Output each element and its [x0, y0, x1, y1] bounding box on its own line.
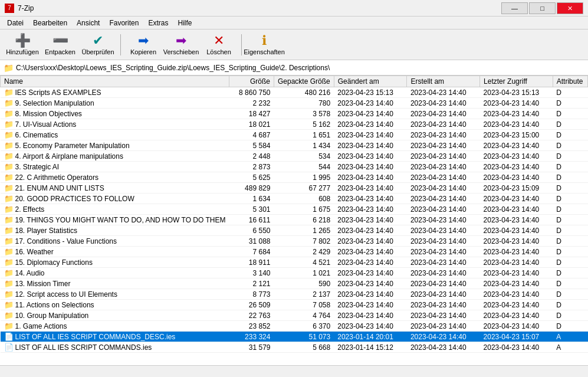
cell-created: 2023-04-23 14:40	[407, 289, 480, 300]
table-row[interactable]: 📁18. Player Statistics 6 550 1 265 2023-…	[1, 225, 588, 236]
table-row[interactable]: 📁3. Strategic AI 2 873 544 2023-04-23 14…	[1, 162, 588, 172]
titlebar: 7 7-Zip — □ ✕	[0, 0, 588, 17]
cell-accessed: 2023-04-23 14:40	[480, 194, 553, 204]
cell-name: 📄LIST OF ALL IES SCRIPT COMMANDS_DESC.ie…	[1, 332, 229, 342]
loeschen-button[interactable]: ✕ Löschen	[201, 32, 236, 58]
table-row[interactable]: 📄LIST OF ALL IES SCRIPT COMMANDS_DESC.ie…	[1, 332, 588, 342]
cell-name: 📁22. C Arithmetic Operators	[1, 172, 229, 183]
table-row[interactable]: 📁5. Economy Parameter Manipulation 5 584…	[1, 140, 588, 151]
close-button[interactable]: ✕	[557, 2, 583, 14]
menu-favoriten[interactable]: Favoriten	[104, 18, 143, 28]
verschieben-button[interactable]: ➡ Verschieben	[163, 32, 199, 58]
file-name: 5. Economy Parameter Manipulation	[15, 142, 130, 150]
addressbar-path[interactable]: C:\Users\xxx\Desktop\Loews_IES_Scripting…	[16, 64, 584, 72]
uberpruefen-button[interactable]: ✔ Überprüfen	[80, 32, 116, 58]
table-row[interactable]: 📁6. Cinematics 4 687 1 651 2023-04-23 14…	[1, 130, 588, 140]
menu-extras[interactable]: Extras	[143, 18, 173, 28]
cell-modified: 2023-04-23 14:40	[334, 194, 407, 204]
maximize-button[interactable]: □	[529, 2, 556, 14]
col-packed[interactable]: Gepackte Größe	[274, 76, 334, 87]
cell-name: 📁9. Selection Manipulation	[1, 98, 229, 109]
kopieren-label: Kopieren	[130, 48, 156, 55]
cell-modified: 2023-04-23 14:40	[334, 289, 407, 300]
cell-modified: 2023-04-23 14:40	[334, 247, 407, 257]
table-row[interactable]: 📁13. Mission Timer 2 121 590 2023-04-23 …	[1, 278, 588, 289]
table-row[interactable]: 📁10. Group Manipulation 22 763 4 764 202…	[1, 310, 588, 321]
table-row[interactable]: 📁20. GOOD PRACTICES TO FOLLOW 1 634 608 …	[1, 194, 588, 204]
cell-attr: D	[553, 194, 587, 204]
titlebar-left: 7 7-Zip	[5, 4, 34, 13]
table-row[interactable]: 📁7. UI-Visual Actions 18 021 5 162 2023-…	[1, 119, 588, 130]
table-row[interactable]: 📁8. Mission Objectives 18 427 3 578 2023…	[1, 109, 588, 119]
verschieben-icon: ➡	[176, 34, 186, 47]
table-row[interactable]: 📁11. Actions on Selections 26 509 7 058 …	[1, 300, 588, 310]
entpacken-button[interactable]: ➖ Entpacken	[42, 32, 78, 58]
cell-created: 2023-04-23 14:40	[407, 342, 480, 353]
folder-icon: 📁	[4, 88, 14, 97]
cell-name: 📁20. GOOD PRACTICES TO FOLLOW	[1, 194, 229, 204]
cell-modified: 2023-04-23 14:40	[334, 321, 407, 332]
menu-datei[interactable]: Datei	[2, 18, 28, 28]
cell-modified: 2023-04-23 14:40	[334, 183, 407, 194]
file-name: 6. Cinematics	[15, 131, 58, 139]
cell-attr: D	[553, 204, 587, 215]
file-list-container[interactable]: Name Größe Gepackte Größe Geändert am Er…	[0, 76, 588, 365]
cell-attr: D	[553, 300, 587, 310]
cell-size: 4 687	[229, 130, 274, 140]
menu-hilfe[interactable]: Hilfe	[173, 18, 196, 28]
cell-size: 5 301	[229, 204, 274, 215]
cell-accessed: 2023-04-23 14:40	[480, 140, 553, 151]
col-created[interactable]: Erstellt am	[407, 76, 480, 87]
col-name[interactable]: Name	[1, 76, 229, 87]
app-title: 7-Zip	[18, 4, 34, 12]
cell-modified: 2023-04-23 14:40	[334, 215, 407, 225]
col-modified[interactable]: Geändert am	[334, 76, 407, 87]
cell-modified: 2023-04-23 14:40	[334, 109, 407, 119]
cell-name: 📁IES Scripts AS EXAMPLES	[1, 87, 229, 98]
table-row[interactable]: 📁22. C Arithmetic Operators 5 625 1 995 …	[1, 172, 588, 183]
cell-packed: 51 073	[274, 332, 334, 342]
hinzufuegen-button[interactable]: ➕ Hinzufügen	[5, 32, 40, 58]
col-attr[interactable]: Attribute	[553, 76, 587, 87]
col-size[interactable]: Größe	[229, 76, 274, 87]
cell-packed: 4 521	[274, 257, 334, 268]
table-row[interactable]: 📁17. Conditions - Value Functions 31 088…	[1, 236, 588, 247]
cell-accessed: 2023-04-23 15:13	[480, 87, 553, 98]
cell-packed: 6 370	[274, 321, 334, 332]
table-row[interactable]: 📁16. Weather 7 684 2 429 2023-04-23 14:4…	[1, 247, 588, 257]
cell-modified: 2023-04-23 14:40	[334, 130, 407, 140]
cell-created: 2023-04-23 14:40	[407, 215, 480, 225]
table-row[interactable]: 📁IES Scripts AS EXAMPLES 8 860 750 480 2…	[1, 87, 588, 98]
cell-modified: 2023-04-23 14:40	[334, 151, 407, 162]
menu-ansicht[interactable]: Ansicht	[72, 18, 104, 28]
cell-packed: 67 277	[274, 183, 334, 194]
folder-icon: 📁	[4, 194, 14, 203]
cell-size: 233 324	[229, 332, 274, 342]
addressbar-icon: 📁	[4, 63, 14, 73]
table-row[interactable]: 📁21. ENUM AND UNIT LISTS 489 829 67 277 …	[1, 183, 588, 194]
minimize-button[interactable]: —	[501, 2, 528, 14]
table-row[interactable]: 📁9. Selection Manipulation 2 232 780 202…	[1, 98, 588, 109]
table-row[interactable]: 📄LIST OF ALL IES SCRIPT COMMANDS.ies 31 …	[1, 342, 588, 353]
table-row[interactable]: 📁1. Game Actions 23 852 6 370 2023-04-23…	[1, 321, 588, 332]
col-accessed[interactable]: Letzter Zugriff	[480, 76, 553, 87]
cell-size: 2 873	[229, 162, 274, 172]
cell-attr: A	[553, 342, 587, 353]
table-row[interactable]: 📁19. THINGS YOU MIGHT WANT TO DO, AND HO…	[1, 215, 588, 225]
file-name: 1. Game Actions	[15, 322, 67, 330]
table-header-row: Name Größe Gepackte Größe Geändert am Er…	[1, 76, 588, 87]
cell-name: 📁17. Conditions - Value Functions	[1, 236, 229, 247]
eigenschaften-button[interactable]: ℹ Eigenschaften	[247, 32, 282, 58]
table-row[interactable]: 📁15. Diplomacy Functions 18 911 4 521 20…	[1, 257, 588, 268]
menu-bearbeiten[interactable]: Bearbeiten	[28, 18, 72, 28]
table-row[interactable]: 📁2. Effects 5 301 1 675 2023-04-23 14:40…	[1, 204, 588, 215]
cell-accessed: 2023-04-23 14:40	[480, 151, 553, 162]
kopieren-button[interactable]: ➡ Kopieren	[126, 32, 161, 58]
cell-name: 📁8. Mission Objectives	[1, 109, 229, 119]
cell-accessed: 2023-04-23 14:40	[480, 310, 553, 321]
table-row[interactable]: 📁14. Audio 3 140 1 021 2023-04-23 14:40 …	[1, 268, 588, 278]
file-name: LIST OF ALL IES SCRIPT COMMANDS.ies	[15, 343, 152, 352]
table-row[interactable]: 📁4. Airport & Airplane manipulations 2 4…	[1, 151, 588, 162]
table-row[interactable]: 📁12. Script access to UI Elements 8 773 …	[1, 289, 588, 300]
cell-attr: D	[553, 257, 587, 268]
